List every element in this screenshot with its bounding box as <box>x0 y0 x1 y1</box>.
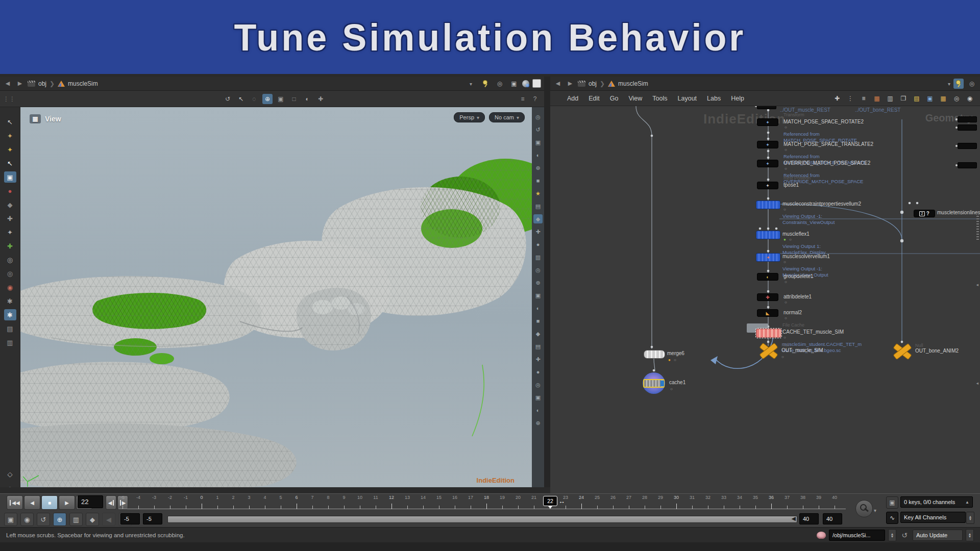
menu-layout[interactable]: Layout <box>673 93 702 104</box>
viewport-layers-icon[interactable]: ▤ <box>533 202 543 211</box>
play-reverse-button[interactable]: ◀ <box>24 495 40 510</box>
range-end-field[interactable]: 40 <box>799 513 819 524</box>
up-arrow-icon[interactable]: ▲ <box>965 500 969 505</box>
menu-tools[interactable]: Tools <box>648 93 672 104</box>
audio-options-icon[interactable]: ◉ <box>20 513 34 526</box>
follow-selection-icon[interactable]: ◎ <box>967 79 977 89</box>
help-icon[interactable]: ? <box>530 94 540 104</box>
node-MATCH_POSE_SPACE_TRANSLATE2[interactable]: ✦MATCH_POSE_SPACE_TRANSLATE2○Referenced … <box>757 141 778 148</box>
node-muscleflex1[interactable]: muscleflex1● ○Viewing Output 1:MuscleFle… <box>756 231 780 239</box>
viewport-frame-icon[interactable]: ▣ <box>533 138 543 147</box>
node-attribdelete1[interactable]: ✚attribdelete1○ <box>757 293 778 301</box>
gear-icon[interactable]: ✱ <box>4 295 16 307</box>
viewport-panel-icon[interactable]: ▥ <box>533 253 543 262</box>
camera-button[interactable]: No cam <box>489 112 525 122</box>
construction-plane-icon[interactable]: □ <box>289 94 299 104</box>
viewport-ring-icon[interactable]: ◎ <box>533 265 543 274</box>
path-dropdown-icon[interactable] <box>948 80 950 87</box>
viewport-diamond-icon[interactable]: ◆ <box>533 329 543 338</box>
menu-view[interactable]: View <box>624 93 647 104</box>
viewport-star-icon[interactable]: ★ <box>533 189 543 198</box>
viewport-gem-icon[interactable]: ◆ <box>533 214 543 223</box>
node-CACHE_TET_muscle_SIM[interactable]: File CacheCACHE_TET_muscle_SIM○muscleSim… <box>756 329 781 338</box>
keys-info-field[interactable]: 0 keys, 0/0 channels▲ <box>900 496 973 508</box>
range-start2-field[interactable]: -5 <box>143 513 162 524</box>
hand-tool-icon[interactable]: ✦ <box>4 130 16 141</box>
node-flags[interactable]: ● ○ <box>783 237 793 242</box>
display-options-icon[interactable]: ◐ <box>302 94 312 104</box>
pin-icon[interactable] <box>953 79 964 89</box>
breadcrumb-context[interactable]: obj <box>589 80 597 87</box>
shaded-view-icon[interactable] <box>522 80 529 87</box>
tree-view-icon[interactable]: ⋮ <box>845 93 855 104</box>
viewport-square-icon[interactable]: ■ <box>533 316 543 325</box>
viewport-grid-icon[interactable]: ▣ <box>533 291 543 300</box>
node-flags[interactable]: ○ <box>783 207 787 212</box>
view-tool-icon[interactable]: ↺ <box>223 94 233 104</box>
node-OVERRIDE_MATCH_POSE_SPACE2[interactable]: ✦OVERRIDE_MATCH_POSE_SPACE2○Referenced f… <box>757 160 778 167</box>
stop-button[interactable]: ■ <box>41 495 58 510</box>
breadcrumb-context[interactable]: obj <box>38 80 46 87</box>
layer-icon[interactable]: ▤ <box>4 323 16 334</box>
viewport-layout-icon[interactable]: ◎ <box>533 112 543 121</box>
node-groupdelete1[interactable]: ◐groupdelete1○ <box>757 273 778 281</box>
auto-key-icon[interactable]: ▣ <box>886 496 898 509</box>
pane-handle-icon[interactable]: ⋮⋮ <box>4 94 14 104</box>
key-all-channels-dropdown[interactable]: Key All Channels <box>900 512 966 523</box>
image-add-icon[interactable]: ▣ <box>925 93 935 104</box>
breadcrumb-node[interactable]: muscleSim <box>618 80 648 87</box>
node-OUT_bone_ANIM2[interactable]: NullOUT_bone_ANIM2 <box>891 344 913 358</box>
viewport-shade-icon[interactable]: ◐ <box>533 151 543 160</box>
node-flags[interactable]: ○ <box>785 125 788 130</box>
viewport-box-icon[interactable]: ▣ <box>533 393 543 402</box>
node-flags[interactable]: ○ <box>785 147 788 152</box>
node-normal2[interactable]: ◣normal2○ <box>757 309 778 317</box>
viewport-dot-icon[interactable]: ● <box>533 240 543 249</box>
muscle-tool-icon[interactable]: ✚ <box>4 240 16 252</box>
playhead-marker[interactable]: 22 <box>543 496 557 506</box>
palette-icon[interactable]: ▦ <box>872 93 882 104</box>
search-icon[interactable]: ◎ <box>951 93 962 104</box>
node-stub[interactable] <box>958 143 977 149</box>
menu-labs[interactable]: Labs <box>702 93 725 104</box>
lock-tool-icon[interactable]: ▣ <box>4 171 16 183</box>
select-arrow-icon[interactable]: ↖ <box>4 116 16 128</box>
menu-help[interactable]: Help <box>726 93 749 104</box>
current-path-field[interactable]: /obj/muscleSi... <box>829 530 885 541</box>
viewport-snap-icon[interactable]: ⊕ <box>533 163 543 172</box>
viewport-target-icon[interactable]: ◎ <box>533 380 543 389</box>
jump-to-start-button[interactable]: ◀◀ <box>7 495 23 510</box>
panel-icon[interactable]: ▥ <box>4 337 16 348</box>
sculpt-tool-icon[interactable]: ◆ <box>4 199 16 210</box>
snap-toggle-icon[interactable]: ⊕ <box>262 94 273 104</box>
node-flags[interactable]: ● ○ <box>668 358 677 362</box>
key-options-dropdown-icon[interactable] <box>874 505 876 514</box>
viewport-home-icon[interactable]: ↺ <box>533 125 543 134</box>
node-stub[interactable] <box>757 106 776 109</box>
grid-settings-icon[interactable]: ▥ <box>885 93 895 104</box>
select-tool-icon[interactable]: ↖ <box>236 94 246 104</box>
pointer-tool-icon[interactable]: ↖ <box>4 158 16 169</box>
viewport-stop-icon[interactable]: ■ <box>533 176 543 185</box>
tick-display-icon[interactable]: ▥ <box>69 513 83 526</box>
pin-icon[interactable] <box>480 79 491 89</box>
viewport-plus-icon[interactable]: ⊕ <box>533 278 543 287</box>
back-arrow-icon[interactable]: ◀ <box>553 80 562 87</box>
circle-tool-icon[interactable]: ◎ <box>4 254 16 265</box>
viewport-add-icon[interactable]: ✚ <box>533 227 543 236</box>
viewport-oplus-icon[interactable]: ⊕ <box>533 418 543 428</box>
draw-tool-icon[interactable]: ◇ <box>4 468 16 480</box>
view-grid-icon[interactable]: ▦ <box>30 114 41 123</box>
list-view-icon[interactable]: ≡ <box>859 93 869 104</box>
realtime-toggle-icon[interactable]: ⊕ <box>53 513 66 526</box>
menu-edit[interactable]: Edit <box>584 93 604 104</box>
node-MATCH_POSE_SPACE_ROTATE2[interactable]: ✦TransformMATCH_POSE_SPACE_ROTATE2○Refer… <box>757 118 778 126</box>
gear-active-icon[interactable]: ✱ <box>4 309 16 320</box>
cube-view-icon[interactable]: ▣ <box>509 79 519 89</box>
eye-icon[interactable]: ◉ <box>965 93 975 104</box>
menu-go[interactable]: Go <box>605 93 623 104</box>
menu-add[interactable]: Add <box>562 93 583 104</box>
node-muscleconstraintpropertiesvellum2[interactable]: muscleconstraintpropertiesvellum2○Viewin… <box>756 201 780 209</box>
undo-scrub-icon[interactable]: ↺ <box>37 513 50 526</box>
back-arrow-icon[interactable]: ◀ <box>3 80 12 87</box>
